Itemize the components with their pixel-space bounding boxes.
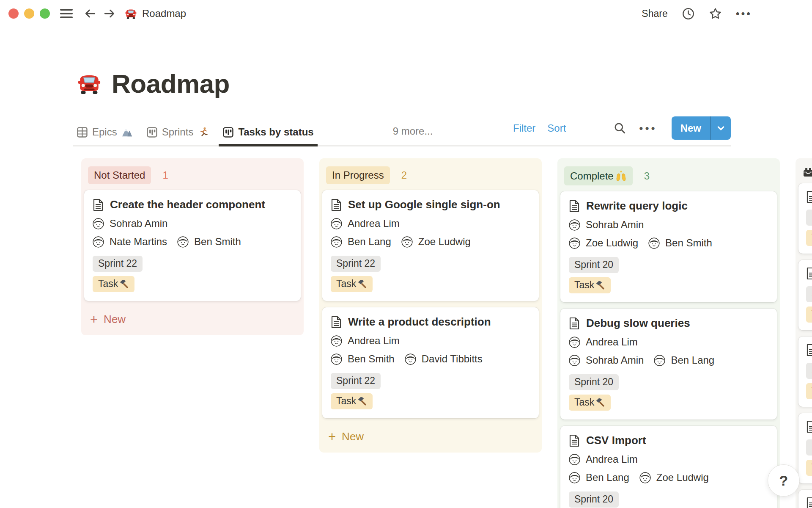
- assignee: Andrea Lim: [331, 218, 400, 229]
- task-card[interactable]: Write a product description Andrea Lim B…: [322, 307, 539, 418]
- page-icon: [569, 317, 580, 330]
- sort-button[interactable]: Sort: [547, 122, 566, 134]
- minimize-window-button[interactable]: [24, 8, 34, 19]
- avatar-icon: [654, 355, 665, 366]
- assignee: Sohrab Amin: [93, 218, 167, 229]
- hammer-icon: [119, 279, 129, 289]
- topbar-actions: Share •••: [642, 7, 752, 20]
- sprint-badge: Sprint 22: [331, 256, 381, 272]
- more-views-button[interactable]: 9 more...: [393, 125, 433, 145]
- assignee: Andrea Lim: [569, 336, 638, 348]
- add-card-button[interactable]: + New: [322, 425, 539, 450]
- assignee: Zoe Ludwig: [401, 236, 471, 248]
- task-card[interactable]: Sprint Task: [798, 413, 812, 483]
- avatar-icon: [331, 236, 342, 248]
- avatar-icon: [177, 236, 189, 248]
- column-not-started: Not Started 1 Create the header componen…: [81, 158, 304, 335]
- close-window-button[interactable]: [8, 8, 19, 19]
- kanban-board: Not Started 1 Create the header componen…: [81, 158, 812, 508]
- runner-emoji-icon: [198, 127, 209, 138]
- avatar-icon: [648, 237, 660, 249]
- plus-icon: +: [328, 431, 336, 443]
- view-tabs-bar: Epics Sprints Tasks by status 9 more... …: [73, 116, 731, 146]
- assignee: Ben Lang: [331, 236, 391, 248]
- sprint-badge: Sprint: [806, 210, 812, 226]
- sprint-badge: Sprint: [806, 439, 812, 456]
- add-card-button[interactable]: + New: [84, 307, 301, 333]
- card-title: CSV Import: [586, 434, 646, 447]
- status-badge[interactable]: Not Started: [88, 166, 151, 184]
- back-arrow-icon[interactable]: [84, 7, 96, 20]
- favorite-star-icon[interactable]: [709, 7, 722, 20]
- page-icon: [806, 267, 812, 280]
- tab-epics[interactable]: Epics: [73, 126, 137, 145]
- sprint-badge: Sprint 22: [93, 256, 143, 272]
- window-controls: [8, 8, 50, 19]
- forward-arrow-icon[interactable]: [103, 7, 116, 20]
- search-icon[interactable]: [613, 121, 626, 135]
- assignee: Ben Lang: [654, 354, 714, 366]
- hammer-icon: [595, 280, 605, 290]
- view-options-icon[interactable]: •••: [639, 123, 657, 134]
- avatar-icon: [331, 335, 342, 347]
- help-button[interactable]: ?: [768, 464, 800, 497]
- task-card[interactable]: Set up Google single sign-on Andrea Lim …: [322, 190, 539, 301]
- tab-sprints[interactable]: Sprints: [143, 126, 213, 145]
- new-dropdown-button[interactable]: [711, 116, 731, 140]
- task-card[interactable]: Sprint Task: [798, 337, 812, 407]
- column-header: Complete 3: [560, 161, 777, 191]
- board-view-icon: [146, 127, 158, 138]
- sidebar-menu-icon[interactable]: [60, 9, 73, 18]
- page-icon: [331, 199, 342, 211]
- breadcrumb-label: Roadmap: [142, 8, 186, 19]
- column-complete: Complete 3 Rewrite query logic Sohrab Am…: [557, 158, 780, 508]
- tab-tasks-by-status[interactable]: Tasks by status: [219, 126, 317, 145]
- card-title: Rewrite query logic: [586, 199, 688, 213]
- status-badge[interactable]: In Progress: [326, 166, 390, 184]
- task-card[interactable]: Sprint Task: [798, 183, 812, 254]
- new-button[interactable]: New: [672, 116, 710, 140]
- assignee: David Tibbitts: [405, 353, 483, 365]
- sprint-badge: Sprint: [806, 286, 812, 302]
- card-file-box-icon[interactable]: [802, 166, 812, 178]
- avatar-icon: [639, 472, 651, 483]
- filter-button[interactable]: Filter: [513, 122, 535, 134]
- status-badge[interactable]: Complete: [564, 166, 633, 185]
- updates-clock-icon[interactable]: [682, 7, 695, 20]
- page-title[interactable]: Roadmap: [112, 69, 230, 99]
- assignee: Ben Lang: [569, 472, 629, 483]
- task-card[interactable]: Debug slow queries Andrea Lim Sohrab Ami…: [560, 309, 777, 420]
- avatar-icon: [569, 472, 580, 483]
- assignee: Ben Smith: [177, 236, 241, 248]
- column-count: 3: [644, 170, 650, 182]
- sprint-badge: Sprint 20: [569, 491, 619, 508]
- task-card[interactable]: Sprint Task: [798, 260, 812, 330]
- zoom-window-button[interactable]: [40, 8, 50, 19]
- task-card[interactable]: Sprint Task: [798, 490, 812, 508]
- hammer-icon: [357, 279, 367, 289]
- plus-icon: +: [90, 314, 98, 326]
- view-toolbar: Filter Sort ••• New: [513, 116, 731, 145]
- more-options-icon[interactable]: •••: [736, 8, 752, 19]
- task-card[interactable]: Create the header component Sohrab Amin …: [84, 190, 301, 301]
- new-button-group: New: [672, 116, 731, 140]
- task-tag-badge: Task: [806, 230, 812, 246]
- table-view-icon: [77, 127, 88, 138]
- task-tag-badge: Task: [806, 460, 812, 476]
- avatar-icon: [569, 454, 580, 465]
- chevron-down-icon: [716, 123, 726, 133]
- column-count: 1: [162, 169, 168, 181]
- car-page-icon: [124, 7, 137, 20]
- avatar-icon: [331, 353, 342, 365]
- window-titlebar: Roadmap Share •••: [0, 0, 812, 27]
- hammer-icon: [595, 398, 605, 407]
- car-page-emoji[interactable]: [76, 71, 102, 97]
- task-card[interactable]: Rewrite query logic Sohrab Amin Zoe Ludw…: [560, 191, 777, 302]
- assignee: Andrea Lim: [569, 453, 638, 465]
- share-button[interactable]: Share: [642, 8, 667, 19]
- page-icon: [331, 316, 342, 329]
- column-header: In Progress 2: [322, 161, 539, 190]
- assignee: Nate Martins: [93, 236, 167, 248]
- task-card[interactable]: CSV Import Andrea Lim Ben Lang Zoe Ludwi…: [560, 426, 777, 508]
- breadcrumb[interactable]: Roadmap: [124, 7, 186, 20]
